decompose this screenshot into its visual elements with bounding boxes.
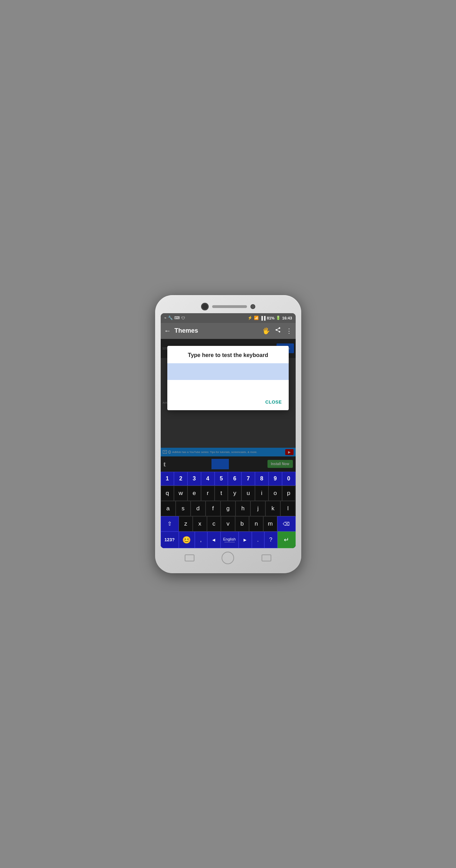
back-hardware-button[interactable] xyxy=(262,554,271,561)
key-y[interactable]: y xyxy=(228,486,241,501)
key-v[interactable]: v xyxy=(221,516,235,532)
share-icon[interactable] xyxy=(275,327,281,335)
key-n[interactable]: n xyxy=(249,516,263,532)
key-0[interactable]: 0 xyxy=(282,472,296,486)
question-key[interactable]: ? xyxy=(264,532,278,548)
shift-key[interactable]: ⇧ xyxy=(161,516,179,532)
key-e[interactable]: e xyxy=(187,486,201,501)
earpiece-speaker xyxy=(212,305,247,308)
toolbar-actions: 🖐 ⋮ xyxy=(262,327,292,335)
key-1[interactable]: 1 xyxy=(161,472,174,486)
status-right-icons: ⚡ 📶 ▐▐ 81% 🔋 16:43 xyxy=(248,316,292,320)
key-x[interactable]: x xyxy=(193,516,207,532)
key-k[interactable]: k xyxy=(265,501,280,516)
front-camera xyxy=(201,303,209,310)
page-title: Themes xyxy=(175,327,262,334)
close-button[interactable]: CLOSE xyxy=(263,398,285,406)
battery-icon: 🔋 xyxy=(276,316,281,320)
enter-key[interactable]: ↵ xyxy=(278,532,296,548)
delete-key[interactable]: ⌫ xyxy=(277,516,295,532)
key-7[interactable]: 7 xyxy=(241,472,255,486)
key-o[interactable]: o xyxy=(269,486,282,501)
keyboard-action-row: 123? 😊 , ◄ English ► . ? ↵ xyxy=(161,532,296,548)
wrench-icon: 🔧 xyxy=(168,316,173,320)
keyboard-row-1: q w e r t y u i o p xyxy=(161,486,296,501)
hand-icon[interactable]: 🖐 xyxy=(262,327,270,335)
keyboard-test-dialog: Type here to test the keyboard CLOSE xyxy=(167,346,289,410)
key-d[interactable]: d xyxy=(191,501,206,516)
dialog-title: Type here to test the keyboard xyxy=(167,346,289,362)
phone-top-hardware xyxy=(161,301,296,313)
more-options-icon[interactable]: ⋮ xyxy=(286,327,292,335)
menu-button[interactable] xyxy=(185,554,194,561)
space-key[interactable]: English xyxy=(221,532,239,548)
signal-icon: ▐▐ xyxy=(260,316,266,320)
key-i[interactable]: i xyxy=(255,486,269,501)
key-l[interactable]: l xyxy=(280,501,295,516)
space-key-underline xyxy=(224,542,235,542)
key-u[interactable]: u xyxy=(241,486,255,501)
dialog-actions: CLOSE xyxy=(167,395,289,410)
keyboard: 1 2 3 4 5 6 7 8 9 0 q w e r t y u i xyxy=(161,472,296,548)
key-w[interactable]: w xyxy=(174,486,187,501)
key-9[interactable]: 9 xyxy=(269,472,282,486)
content-area: 123? ? Settings AdMob content area xyxy=(161,339,296,472)
key-b[interactable]: b xyxy=(235,516,249,532)
key-8[interactable]: 8 xyxy=(255,472,269,486)
bluetooth-icon: ⚡ xyxy=(248,316,253,320)
usb-icon: ⌁ xyxy=(164,316,167,320)
key-h[interactable]: h xyxy=(235,501,250,516)
key-3[interactable]: 3 xyxy=(187,472,201,486)
key-a[interactable]: a xyxy=(161,501,176,516)
clock: 16:43 xyxy=(282,316,292,320)
key-t[interactable]: t xyxy=(215,486,228,501)
keyboard-row-3: ⇧ z x c v b n m ⌫ xyxy=(161,516,296,532)
keyboard-test-input[interactable] xyxy=(167,363,289,380)
phone-screen: ⌁ 🔧 ⌨ 🛡 ⚡ 📶 ▐▐ 81% 🔋 16:43 ← Themes 🖐 xyxy=(161,313,296,548)
key-m[interactable]: m xyxy=(263,516,278,532)
key-6[interactable]: 6 xyxy=(228,472,241,486)
key-p[interactable]: p xyxy=(282,486,296,501)
dialog-spacer xyxy=(167,381,289,395)
space-key-language-label: English xyxy=(223,537,235,541)
key-c[interactable]: c xyxy=(207,516,221,532)
keyboard-number-row: 1 2 3 4 5 6 7 8 9 0 xyxy=(161,472,296,486)
comma-key[interactable]: , xyxy=(195,532,207,548)
key-q[interactable]: q xyxy=(161,486,174,501)
key-f[interactable]: f xyxy=(206,501,221,516)
arrow-right-key[interactable]: ► xyxy=(239,532,252,548)
period-key[interactable]: . xyxy=(252,532,264,548)
phone-bottom-hardware xyxy=(161,548,296,567)
keyboard-row-2: a s d f g h j k l xyxy=(161,501,296,516)
back-button[interactable]: ← xyxy=(164,327,171,335)
battery-text: 81% xyxy=(267,316,274,320)
key-r[interactable]: r xyxy=(201,486,215,501)
status-bar: ⌁ 🔧 ⌨ 🛡 ⚡ 📶 ▐▐ 81% 🔋 16:43 xyxy=(161,313,296,323)
phone-device: ⌁ 🔧 ⌨ 🛡 ⚡ 📶 ▐▐ 81% 🔋 16:43 ← Themes 🖐 xyxy=(155,295,301,573)
status-left-icons: ⌁ 🔧 ⌨ 🛡 xyxy=(164,316,185,320)
key-g[interactable]: g xyxy=(221,501,235,516)
keyboard-icon: ⌨ xyxy=(174,316,180,320)
key-z[interactable]: z xyxy=(179,516,193,532)
sensor xyxy=(250,304,255,309)
key-j[interactable]: j xyxy=(250,501,265,516)
emoji-key[interactable]: 😊 xyxy=(179,532,195,548)
wifi-icon: 📶 xyxy=(254,316,259,320)
dialog-overlay: Type here to test the keyboard CLOSE xyxy=(161,339,296,472)
key-s[interactable]: s xyxy=(176,501,191,516)
shield-icon: 🛡 xyxy=(181,316,185,320)
key-4[interactable]: 4 xyxy=(201,472,215,486)
arrow-left-key[interactable]: ◄ xyxy=(207,532,221,548)
app-toolbar: ← Themes 🖐 ⋮ xyxy=(161,323,296,339)
key-2[interactable]: 2 xyxy=(174,472,187,486)
symbols-key[interactable]: 123? xyxy=(161,532,179,548)
home-button[interactable] xyxy=(222,552,234,564)
key-5[interactable]: 5 xyxy=(215,472,228,486)
